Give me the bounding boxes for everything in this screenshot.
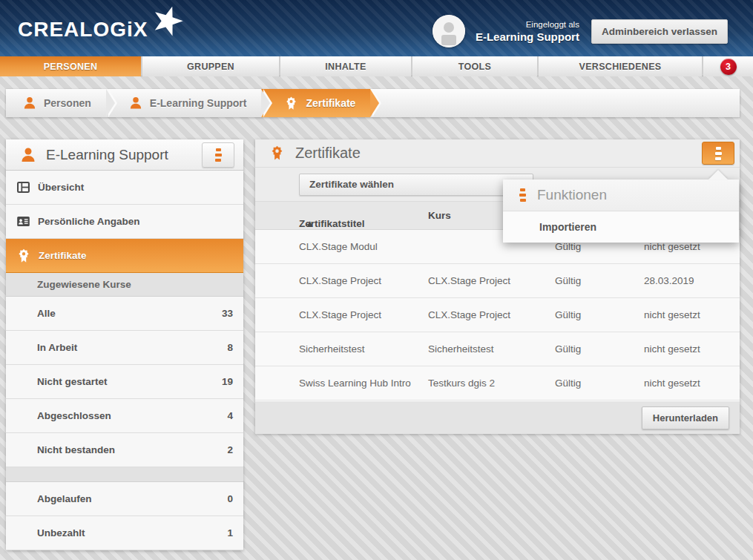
breadcrumb-label: Zertifikate	[306, 97, 355, 109]
tab-inhalte[interactable]: INHALTE	[280, 56, 411, 76]
breadcrumb-zertifikate[interactable]: Zertifikate	[261, 89, 370, 117]
filter-count: 33	[222, 308, 233, 319]
breadcrumb-personen[interactable]: Personen	[6, 89, 106, 117]
sidebar-header: E-Learning Support	[6, 139, 243, 171]
tab-tools[interactable]: TOOLS	[412, 56, 537, 76]
login-info: Eingeloggt als E-Learning Support	[476, 20, 579, 43]
sidebar-filter-nicht-bestanden[interactable]: Nicht bestanden 2	[6, 433, 243, 467]
notification-badge[interactable]: 3	[720, 59, 737, 75]
sidebar-filter-in-arbeit[interactable]: In Arbeit 8	[6, 331, 243, 365]
popup-title: Funktionen	[537, 187, 607, 203]
sidebar-item-label: Persönliche Angaben	[38, 216, 140, 227]
crealogix-logo: CREALOGiX	[18, 18, 148, 42]
sort-asc-icon: ▲	[305, 218, 315, 229]
filter-count: 2	[227, 444, 233, 455]
person-icon	[128, 96, 143, 111]
tab-verschiedenes[interactable]: VERSCHIEDENES	[539, 56, 702, 76]
logged-in-user: E-Learning Support	[476, 30, 579, 43]
sidebar-item-label: Übersicht	[38, 182, 84, 193]
panel-header: Zertifikate	[255, 139, 740, 168]
functions-popup: Funktionen Importieren	[503, 179, 739, 243]
notification-segment: 3	[703, 56, 753, 76]
download-button[interactable]: Herunterladen	[642, 406, 729, 429]
certificate-icon	[269, 145, 286, 162]
filter-count: 1	[227, 527, 233, 538]
top-header: CREALOGiX Eingeloggt als E-Learning Supp…	[0, 0, 753, 56]
certificate-icon	[16, 248, 32, 264]
breadcrumb: Personen E-Learning Support Zertifikate	[6, 89, 740, 117]
sidebar-item-persoenliche-angaben[interactable]: Persönliche Angaben	[6, 205, 243, 239]
logo-text: CREALOGiX	[18, 18, 148, 41]
sidebar-filter-abgelaufen[interactable]: Abgelaufen 0	[6, 482, 243, 516]
popup-item-importieren[interactable]: Importieren	[503, 211, 739, 243]
sidebar-filter-abgeschlossen[interactable]: Abgeschlossen 4	[6, 399, 243, 433]
filter-count: 0	[227, 493, 233, 504]
person-icon	[22, 96, 37, 111]
sidebar-filter-alle[interactable]: Alle 33	[6, 297, 243, 331]
filter-count: 19	[222, 376, 233, 387]
menu-kebab-icon	[519, 188, 526, 202]
table-row[interactable]: CLX.Stage Project CLX.Stage Project Gült…	[255, 264, 740, 298]
breadcrumb-label: Personen	[44, 97, 91, 109]
person-icon	[19, 146, 37, 164]
sidebar-item-zertifikate[interactable]: Zertifikate	[6, 239, 243, 273]
sidebar-title: E-Learning Support	[46, 147, 202, 163]
avatar[interactable]	[433, 15, 465, 47]
popup-caret	[708, 170, 728, 179]
logged-in-label: Eingeloggt als	[476, 20, 579, 29]
filter-count: 4	[227, 410, 233, 421]
overview-icon	[16, 179, 31, 195]
sidebar-menu-button[interactable]	[202, 142, 234, 168]
sidebar: E-Learning Support Übersicht Persö	[6, 139, 243, 550]
app-root: CREALOGiX Eingeloggt als E-Learning Supp…	[0, 0, 753, 560]
avatar-person-icon	[433, 15, 465, 47]
filter-count: 8	[227, 342, 233, 353]
menu-kebab-icon	[715, 147, 722, 160]
table-row[interactable]: Swiss Learning Hub Intro Testkurs dgis 2…	[255, 366, 740, 401]
table-row[interactable]: CLX.Stage Project CLX.Stage Project Gült…	[255, 298, 740, 332]
sidebar-separator	[6, 467, 243, 482]
logo-star-icon	[151, 4, 184, 40]
sidebar-filter-nicht-gestartet[interactable]: Nicht gestartet 19	[6, 365, 243, 399]
panel-footer: Herunterladen	[255, 401, 740, 434]
id-card-icon	[16, 214, 31, 229]
tab-personen[interactable]: PERSONEN	[0, 56, 141, 76]
panel-title: Zertifikate	[295, 145, 361, 162]
menu-kebab-icon	[215, 148, 222, 162]
popup-header: Funktionen	[503, 179, 739, 211]
sidebar-item-label: Zertifikate	[39, 250, 87, 261]
table-row[interactable]: Sicherheitstest Sicherheitstest Gültig n…	[255, 332, 740, 366]
main-navigation: PERSONEN GRUPPEN INHALTE TOOLS VERSCHIED…	[0, 56, 753, 76]
sidebar-section-zugewiesene-kurse: Zugewiesene Kurse	[6, 273, 243, 297]
certificate-select-dropdown[interactable]: Zertifikate wählen	[299, 174, 533, 196]
sidebar-item-uebersicht[interactable]: Übersicht	[6, 171, 243, 205]
sidebar-filter-unbezahlt[interactable]: Unbezahlt 1	[6, 516, 243, 550]
certificate-icon	[283, 96, 299, 111]
user-area: Eingeloggt als E-Learning Support Adminb…	[433, 15, 728, 47]
column-header-kurs[interactable]: Kurs	[428, 210, 451, 221]
panel-functions-button[interactable]	[702, 142, 734, 165]
leave-admin-button[interactable]: Adminbereich verlassen	[591, 19, 728, 44]
breadcrumb-elearning-support[interactable]: E-Learning Support	[106, 89, 262, 117]
breadcrumb-label: E-Learning Support	[150, 97, 247, 109]
tab-gruppen[interactable]: GRUPPEN	[142, 56, 279, 76]
